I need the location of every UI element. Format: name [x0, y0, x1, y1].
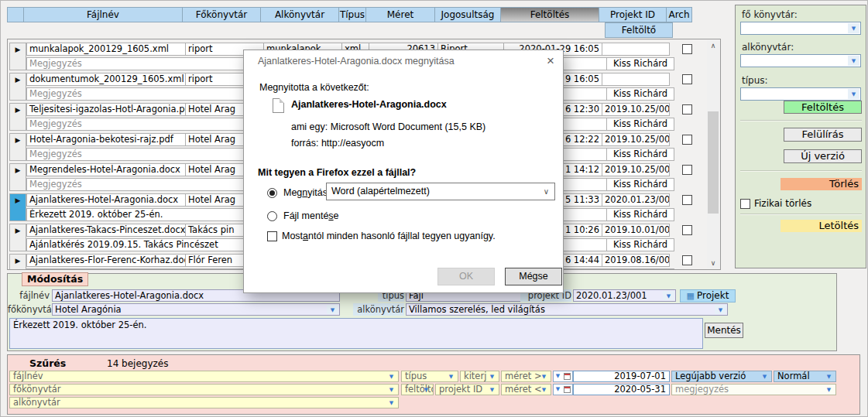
filename-label: fájlnév	[9, 289, 50, 302]
row-marker-icon: ▶	[15, 136, 21, 144]
chevron-down-icon: ▼	[538, 372, 550, 381]
main-dir-select[interactable]: Hotel Aragónia ▼	[52, 303, 340, 316]
entry-count: 14 bejegyzés	[107, 358, 168, 369]
cell-project-id: 2019.10.25/002	[602, 163, 670, 176]
row-select-cell[interactable]: ▶	[9, 254, 26, 270]
open-with-radio[interactable]	[267, 188, 277, 198]
arch-checkbox[interactable]	[682, 74, 692, 84]
filter-note-select[interactable]: megjegyzés▼	[671, 384, 836, 395]
sub-dir-select[interactable]: ▼	[740, 54, 861, 67]
arch-checkbox[interactable]	[682, 195, 692, 205]
arch-checkbox[interactable]	[682, 165, 692, 175]
delete-button[interactable]: Törlés	[781, 178, 862, 190]
main-dir-select[interactable]: ▼	[740, 22, 861, 35]
open-with-label[interactable]: Megnyitás	[283, 187, 328, 198]
cell-filename[interactable]: Megrendeles-Hotel-Aragonia.docx	[26, 163, 186, 176]
arch-checkbox[interactable]	[682, 255, 692, 265]
date-to-field[interactable]: 2020-05-31	[573, 384, 670, 395]
cell-filename[interactable]: munkalapok_200129_1605.xml	[26, 43, 186, 56]
arch-checkbox[interactable]	[682, 44, 692, 54]
overwrite-button[interactable]: Felülírás	[784, 128, 862, 142]
header-upload-sorted[interactable]: Feltöltés	[500, 7, 599, 22]
project-button[interactable]: ▦Projekt	[680, 289, 736, 302]
project-id-select[interactable]: 2020.01.23/001 ▼	[573, 289, 676, 302]
sub-dir-select[interactable]: Villamos szerelés, led világítás ▼	[406, 303, 728, 316]
chevron-down-icon: ▼	[715, 305, 726, 314]
row-select-cell[interactable]: ▶	[9, 43, 26, 70]
cell-filename[interactable]: dokumentumok_200129_1605.xml	[26, 73, 186, 86]
arch-checkbox[interactable]	[682, 225, 692, 235]
save-button[interactable]: Mentés	[705, 323, 743, 338]
cell-uploader: Kiss Richárd	[606, 178, 674, 191]
filter-ext-select[interactable]: kiterj▼	[460, 371, 499, 382]
row-select-cell[interactable]: ▶	[9, 133, 26, 161]
header-main-dir[interactable]: Főkönyvtár	[182, 7, 261, 22]
header-sub-dir[interactable]: Alkönyvtár	[260, 7, 339, 22]
cancel-button[interactable]: Mégse	[505, 268, 562, 285]
ok-button[interactable]: OK	[437, 268, 495, 285]
header-permission[interactable]: Jogosultság	[434, 7, 501, 22]
scroll-down-icon[interactable]: ∨	[707, 258, 719, 268]
app-window: Fájlnév Főkönyvtár Alkönyvtár Típus Mére…	[0, 0, 868, 417]
cell-filename[interactable]: Ajanlatkeres-Hotel-Aragonia.docx	[26, 193, 186, 207]
physical-delete-label: Fizikai törlés	[754, 198, 811, 209]
filter-main-dir-select[interactable]: főkönyvtár▼	[9, 384, 399, 395]
cell-filename[interactable]: Hotel-Aragonia-bekotesi-rajz.pdf	[26, 133, 186, 146]
type-select[interactable]: ▼	[740, 87, 861, 101]
download-button[interactable]: Letöltés	[781, 220, 862, 232]
filter-filename-select[interactable]: fájlnév▼	[9, 371, 399, 382]
filter-version-select[interactable]: Legújabb verzió▼	[671, 371, 772, 382]
cell-filename[interactable]: Ajanlatkeres-Flor-Ferenc-Korhaz.docx	[26, 254, 186, 267]
filter-size-lt-select[interactable]: méret <▼	[501, 384, 551, 395]
filter-project-id-select[interactable]: projekt ID▼	[435, 384, 499, 395]
table-header-row2: Feltöltő	[7, 22, 721, 38]
filter-sub-dir-select[interactable]: alkönyvtár▼	[9, 397, 399, 408]
date-from-picker[interactable]: ▼	[553, 371, 573, 382]
close-icon[interactable]: ×	[547, 53, 554, 69]
save-file-label[interactable]: Fájl mentése	[283, 210, 339, 221]
header-size[interactable]: Méret	[365, 7, 435, 22]
row-select-cell[interactable]: ▶	[9, 103, 26, 131]
header-project-id[interactable]: Projekt ID	[599, 7, 667, 22]
upload-button[interactable]: Feltöltés	[784, 101, 862, 114]
scrollbar-thumb[interactable]	[708, 111, 719, 214]
remember-label[interactable]: Mostantól minden hasonló fájllal tegyen …	[282, 231, 496, 241]
row-marker-icon: ▶	[15, 46, 21, 53]
new-version-button[interactable]: Új verzió	[784, 149, 862, 163]
chevron-down-icon: ▼	[445, 372, 457, 381]
arch-checkbox[interactable]	[682, 135, 692, 145]
header-type[interactable]: Típus	[338, 7, 366, 22]
header-filename[interactable]: Fájlnév	[23, 7, 183, 22]
date-to-picker[interactable]: ▼	[553, 384, 573, 395]
cell-arch	[675, 103, 702, 132]
open-app-select[interactable]: Word (alapértelmezett) ∨	[326, 183, 555, 200]
filter-size-gt-select[interactable]: méret >▼	[501, 371, 551, 382]
filter-uploader-select[interactable]: feltöltő▼	[401, 384, 434, 395]
filter-type-select[interactable]: típus▼	[401, 371, 458, 382]
save-file-radio[interactable]	[267, 211, 277, 221]
row-select-cell[interactable]: ▶	[9, 193, 26, 221]
row-select-cell[interactable]: ▶	[9, 224, 26, 251]
cell-filename[interactable]: Teljesitesi-igazolas-Hotl-Aragonia.pdf	[26, 103, 186, 116]
physical-delete-checkbox[interactable]	[740, 199, 750, 209]
cell-arch	[675, 193, 702, 222]
row-select-cell[interactable]: ▶	[9, 73, 26, 101]
row-select-cell[interactable]: ▶	[9, 163, 26, 191]
header-uploader[interactable]: Feltöltő	[605, 22, 673, 38]
scroll-up-icon[interactable]: ∧	[707, 40, 719, 51]
table-header-row: Fájlnév Főkönyvtár Alkönyvtár Típus Mére…	[7, 7, 721, 22]
arch-checkbox[interactable]	[682, 104, 692, 115]
header-arch[interactable]: Arch	[666, 7, 692, 22]
vertical-scrollbar[interactable]: ∧ ∨	[707, 40, 719, 268]
dialog-filename: Ajanlatkeres-Hotel-Aragonia.docx	[291, 99, 447, 110]
note-textarea[interactable]: Érkezett 2019. október 25-én.	[9, 318, 703, 349]
chevron-down-icon: ▼	[538, 385, 550, 394]
filter-status-select[interactable]: Normál▼	[774, 371, 836, 382]
remember-checkbox[interactable]	[267, 231, 277, 241]
cell-arch	[675, 73, 702, 101]
cell-filename[interactable]: Ajanlatkeres-Takacs-Pinceszet.docx	[26, 224, 186, 237]
date-from-field[interactable]: 2019-07-01	[573, 371, 670, 382]
chevron-down-icon: ▼	[759, 372, 770, 381]
row-marker-icon: ▶	[15, 197, 21, 204]
cell-uploader: Kiss Richárd	[606, 87, 674, 101]
